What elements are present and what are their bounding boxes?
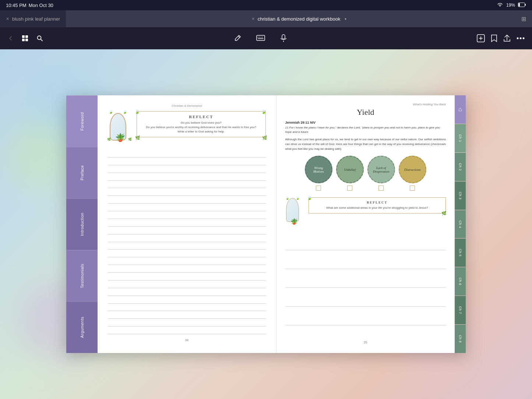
pages: Christian & Demonized 🪴 🍃 🍃 🌿 🌿	[98, 95, 455, 353]
tab-2-title: christian & demonized digital workbook	[258, 16, 341, 22]
writing-line	[108, 198, 266, 204]
svg-rect-14	[282, 35, 285, 39]
svg-rect-1	[519, 3, 520, 6]
unbelief-checkbox[interactable]	[347, 186, 352, 191]
writing-line	[108, 290, 266, 296]
writing-line	[108, 321, 266, 326]
date: Mon Oct 30	[29, 3, 53, 8]
right-tab-ch4[interactable]: Ch 4	[455, 210, 466, 239]
more-button[interactable]	[517, 37, 525, 39]
svg-rect-3	[22, 35, 25, 38]
svg-point-20	[520, 38, 522, 39]
writing-line	[108, 167, 266, 173]
scripture-text: 11 For I know the plans I have for you,"…	[285, 126, 446, 134]
toolbar	[0, 27, 532, 49]
svg-rect-4	[25, 35, 28, 38]
svg-rect-6	[25, 39, 28, 41]
left-page: Christian & Demonized 🪴 🍃 🍃 🌿 🌿	[98, 95, 276, 353]
left-reflect-title: REFLECT	[141, 114, 262, 119]
mic-button[interactable]	[280, 34, 287, 42]
writing-line	[108, 251, 266, 257]
pencil-button[interactable]	[233, 34, 242, 42]
writing-line	[108, 267, 266, 273]
wifi-icon	[497, 3, 503, 8]
background-area: Foreword Preface Introduction Testimonia…	[0, 49, 532, 399]
writing-line	[108, 282, 266, 288]
writing-line	[108, 190, 266, 196]
bookmark-button[interactable]	[491, 34, 497, 42]
search-button[interactable]	[36, 35, 43, 42]
right-tab-ch3[interactable]: Ch 3	[455, 181, 466, 210]
svg-rect-2	[525, 4, 526, 6]
svg-point-7	[38, 36, 41, 40]
sidebar-tab-foreword[interactable]: Foreword	[66, 95, 98, 147]
writing-line	[108, 213, 266, 219]
right-tab-home[interactable]: ⌂	[455, 95, 466, 124]
right-section-label: What's Holding You Back	[285, 103, 446, 106]
sidebar-tab-preface[interactable]: Preface	[66, 147, 98, 198]
scripture-reference: Jeremiah 29:11 NIV	[285, 121, 446, 124]
battery-icon	[518, 3, 526, 8]
tab-2-dropdown-icon[interactable]: ▾	[345, 17, 346, 21]
wrong-motives-checkbox[interactable]	[316, 186, 321, 191]
time: 10:45 PM	[6, 3, 27, 8]
tab-2[interactable]: ✕ christian & demonized digital workbook…	[66, 10, 532, 27]
svg-point-21	[523, 38, 525, 39]
writing-line	[108, 244, 266, 250]
writing-line	[108, 259, 266, 265]
writing-line	[108, 221, 266, 227]
right-reflect-question: What are some additional areas in your l…	[313, 206, 442, 210]
circles-row: WrongMotives Unbelief Lack ofDesperation	[285, 156, 446, 191]
right-tab-ch6[interactable]: Ch 6	[455, 267, 466, 296]
circle-lack-desperation: Lack ofDesperation	[367, 156, 395, 191]
tab-2-close[interactable]: ✕	[251, 17, 255, 21]
keyboard-button[interactable]	[256, 34, 265, 42]
tab-bar: ✕ blush pink leaf planner ✕ christian & …	[0, 10, 532, 27]
left-reflect-q2: Do you believe you're worthy of receivin…	[141, 125, 262, 130]
lack-badge: Lack ofDesperation	[367, 156, 395, 183]
writing-line	[108, 205, 266, 211]
lack-checkbox[interactable]	[378, 186, 384, 191]
writing-line	[108, 159, 266, 165]
sidebar-tab-testimonials[interactable]: Testimonials	[66, 250, 98, 301]
writing-line	[108, 305, 266, 311]
left-reflect-box: 🪴 🍃 🍃 🌿 🌿 🍃 🍃 🌿 🌿	[108, 111, 266, 142]
left-sidebar: Foreword Preface Introduction Testimonia…	[66, 95, 98, 353]
writing-line	[285, 282, 446, 288]
sidebar-tab-introduction[interactable]: Introduction	[66, 198, 98, 250]
writing-line	[108, 328, 266, 334]
body-text: Although the Lord has great plans for us…	[285, 137, 446, 151]
sidebar-tab-arguments[interactable]: Arguments	[66, 301, 98, 353]
right-tab-ch5[interactable]: Ch 5	[455, 239, 466, 267]
writing-line	[108, 275, 266, 280]
plant-icon: 🪴	[115, 133, 125, 142]
writing-line	[108, 152, 266, 158]
tab-1[interactable]: ✕ blush pink leaf planner	[0, 10, 66, 27]
book-container: Foreword Preface Introduction Testimonia…	[66, 95, 466, 353]
right-tab-ch8[interactable]: Ch 8	[455, 325, 466, 353]
tab-1-close[interactable]: ✕	[6, 17, 9, 21]
grid-button[interactable]	[21, 35, 29, 42]
left-writing-lines	[108, 150, 266, 336]
tab-1-title: blush pink leaf planner	[12, 16, 60, 22]
right-page: What's Holding You Back Yield Jeremiah 2…	[276, 95, 455, 353]
back-button[interactable]	[7, 35, 14, 42]
writing-line	[108, 313, 266, 319]
writing-line	[108, 229, 266, 234]
distractions-checkbox[interactable]	[410, 186, 415, 191]
svg-point-19	[517, 38, 519, 39]
right-tab-ch1[interactable]: Ch 1	[455, 124, 466, 152]
writing-line	[285, 301, 446, 307]
left-reflect-q3: Write a letter to God asking for help.	[141, 130, 262, 134]
writing-line	[108, 236, 266, 242]
right-tab-ch2[interactable]: Ch 2	[455, 153, 466, 181]
add-button[interactable]	[477, 34, 485, 42]
wrong-motives-badge: WrongMotives	[305, 156, 332, 183]
new-tab-icon[interactable]: ⊞	[521, 15, 526, 22]
right-reflect-box: 🪴 🍃 🍃 🍃 🌿 REFLECT What are some addition…	[285, 197, 446, 225]
distractions-badge: Distractions	[399, 156, 426, 183]
writing-line	[285, 319, 446, 325]
right-tab-ch7[interactable]: Ch 7	[455, 296, 466, 324]
left-page-header: Christian & Demonized	[108, 104, 266, 107]
share-button[interactable]	[503, 34, 511, 42]
